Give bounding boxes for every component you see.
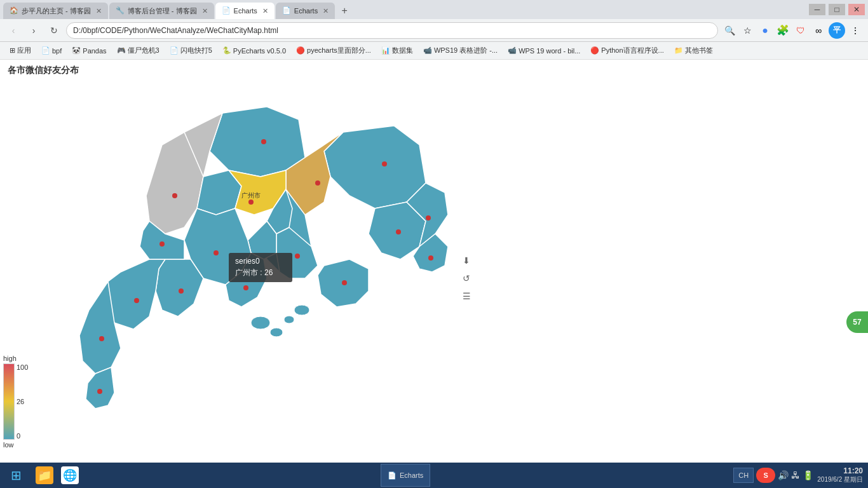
tab-close[interactable]: ✕ xyxy=(202,7,208,15)
tabs-area: 🏠 步平凡的主页 - 博客园 ✕ 🔧 博客后台管理 - 博客园 ✕ 📄 Echa… xyxy=(3,0,809,19)
taskbar-file-explorer[interactable]: 📁 xyxy=(32,463,57,488)
taskbar-chrome[interactable]: 🌐 xyxy=(57,463,83,488)
svg-point-22 xyxy=(294,305,309,315)
refresh-button[interactable]: ↺ xyxy=(459,271,474,286)
reload-button[interactable]: ↻ xyxy=(46,22,62,39)
svg-point-14 xyxy=(159,241,165,247)
echarts-toolbar: ⬇ ↺ ☰ xyxy=(459,253,474,304)
taskbar-left: ⊞ 📁 🌐 xyxy=(0,463,83,488)
system-tray: CH S 🔊 🖧 🔋 xyxy=(733,468,813,483)
bookmark-label: 僵尸危机3 xyxy=(128,46,159,55)
bookmark-label: 应用 xyxy=(17,46,31,55)
taskbar-middle: 📄 Echarts xyxy=(381,464,430,487)
svg-text:广州市: 广州市 xyxy=(241,192,261,199)
bookmark-8[interactable]: 📹 WPS19 表格进阶 -... xyxy=(419,44,502,57)
extra-icon[interactable]: ∞ xyxy=(811,23,826,38)
legend-max-value: 100 xyxy=(17,363,28,371)
extensions-icon[interactable]: 🧩 xyxy=(775,23,790,38)
tab-favicon: 🔧 xyxy=(116,6,125,15)
network-icon[interactable]: 🖧 xyxy=(791,470,800,480)
svg-point-12 xyxy=(99,336,104,341)
bookmark-5[interactable]: 🐍 PyEcharts v0.5.0 xyxy=(218,45,290,56)
bookmark-icon: 📄 xyxy=(170,46,179,55)
bookmark-4[interactable]: 📄 闪电快打5 xyxy=(165,44,217,57)
tab-close[interactable]: ✕ xyxy=(262,7,268,15)
svg-point-9 xyxy=(243,285,248,290)
maximize-button[interactable]: □ xyxy=(829,4,845,15)
bookmark-icon: 🐍 xyxy=(222,46,231,55)
file-explorer-icon: 📁 xyxy=(36,466,53,484)
address-bar: ‹ › ↻ 🔍 ☆ ● 🧩 🛡 ∞ 平 ⋮ xyxy=(0,19,868,42)
tab-favicon: 📄 xyxy=(282,6,291,15)
bookmark-label: WPS19 表格进阶 -... xyxy=(434,46,498,55)
legend-high-label: high xyxy=(3,355,17,362)
search-icon[interactable]: 🔍 xyxy=(722,23,737,38)
bookmark-3[interactable]: 🎮 僵尸危机3 xyxy=(112,44,164,57)
browser-chrome: 🏠 步平凡的主页 - 博客园 ✕ 🔧 博客后台管理 - 博客园 ✕ 📄 Echa… xyxy=(0,0,868,60)
bookmark-11[interactable]: 📁 其他书签 xyxy=(670,44,717,57)
bookmark-0[interactable]: ⊞ 应用 xyxy=(5,44,36,57)
svg-point-2 xyxy=(315,180,320,186)
tab-tab1[interactable]: 🏠 步平凡的主页 - 博客园 ✕ xyxy=(3,3,108,19)
legend-values: 100 26 0 xyxy=(17,363,28,440)
bookmark-10[interactable]: 🔴 Python语言程序设... xyxy=(586,44,668,57)
tab-close[interactable]: ✕ xyxy=(323,7,329,15)
menu-icon[interactable]: ⋮ xyxy=(848,23,863,38)
clock-time: 11:20 xyxy=(817,466,863,475)
bookmark-label: 数据集 xyxy=(392,46,413,55)
green-badge[interactable]: 57 xyxy=(846,311,868,333)
battery-icon[interactable]: 🔋 xyxy=(803,470,813,480)
taskbar-echarts-window[interactable]: 📄 Echarts xyxy=(381,464,430,487)
bookmark-icon: 🔴 xyxy=(590,46,599,55)
back-button[interactable]: ‹ xyxy=(5,22,22,39)
minimize-button[interactable]: ─ xyxy=(809,4,825,15)
start-button[interactable]: ⊞ xyxy=(0,463,32,488)
svg-point-0 xyxy=(261,139,266,144)
map-legend: high 100 26 0 low xyxy=(3,355,28,449)
address-input[interactable] xyxy=(66,22,718,39)
svg-point-19 xyxy=(251,316,270,329)
svg-point-13 xyxy=(97,389,102,394)
chrome-icon[interactable]: ● xyxy=(757,23,773,38)
bookmark-6[interactable]: 🔴 pyecharts里面部分... xyxy=(292,44,376,57)
forward-button[interactable]: › xyxy=(25,22,42,39)
window-controls: ─ □ ✕ xyxy=(809,4,865,15)
bookmark-2[interactable]: 🐼 Pandas xyxy=(67,45,111,56)
bookmark-7[interactable]: 📊 数据集 xyxy=(377,44,417,57)
adblock-icon[interactable]: 🛡 xyxy=(793,23,808,38)
system-clock: 11:20 2019/6/2 星期日 xyxy=(817,466,863,484)
tab-close[interactable]: ✕ xyxy=(96,7,102,15)
bookmark-icon: 📁 xyxy=(674,46,683,55)
bookmark-label: WPS 19 word - bil... xyxy=(519,47,580,55)
tab-tab3[interactable]: 📄 Echarts ✕ xyxy=(215,3,275,19)
legend-low-label: low xyxy=(3,441,14,449)
language-button[interactable]: CH xyxy=(733,468,754,483)
map-area: 广州市 xyxy=(0,81,868,462)
bookmark-1[interactable]: 📄 bpf xyxy=(37,45,66,56)
svg-point-1 xyxy=(382,161,387,166)
svg-point-15 xyxy=(396,229,401,234)
svg-point-17 xyxy=(428,255,433,261)
new-tab-button[interactable]: + xyxy=(336,3,353,19)
bookmark-star-icon[interactable]: ☆ xyxy=(740,23,755,38)
map-svg: 广州市 xyxy=(38,81,483,418)
svg-point-8 xyxy=(214,250,219,255)
bookmark-label: 其他书签 xyxy=(685,46,713,55)
legend-gradient xyxy=(3,363,15,440)
bookmark-label: bpf xyxy=(52,47,62,55)
svg-point-5 xyxy=(248,200,254,205)
legend-min-value: 0 xyxy=(17,432,28,440)
tab-tab2[interactable]: 🔧 博客后台管理 - 博客园 ✕ xyxy=(109,3,214,19)
bookmark-9[interactable]: 📹 WPS 19 word - bil... xyxy=(503,45,585,56)
svg-point-21 xyxy=(284,316,294,323)
profile-avatar[interactable]: 平 xyxy=(829,22,845,39)
taskbar-right: CH S 🔊 🖧 🔋 11:20 2019/6/2 星期日 xyxy=(728,466,868,484)
chrome-taskbar-icon: 🌐 xyxy=(61,466,79,484)
download-button[interactable]: ⬇ xyxy=(459,253,474,268)
wechat-badge[interactable]: S xyxy=(756,468,775,483)
tab-favicon: 📄 xyxy=(222,6,231,15)
tab-tab4[interactable]: 📄 Echarts ✕ xyxy=(276,3,335,19)
close-button[interactable]: ✕ xyxy=(848,4,865,15)
sound-icon[interactable]: 🔊 xyxy=(778,470,789,480)
data-view-button[interactable]: ☰ xyxy=(459,288,474,304)
